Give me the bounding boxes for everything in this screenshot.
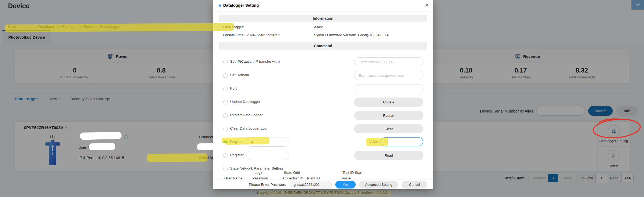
password-input[interactable] <box>290 181 332 188</box>
clear-button[interactable]: Clear <box>354 124 423 133</box>
register-write-radio[interactable] <box>223 140 228 144</box>
read-button[interactable]: Read <box>354 151 423 160</box>
network-columns: Login State Grid Test ID Start <box>213 171 433 175</box>
command-row-clear: Clear Data Logger Log Clear <box>213 124 433 133</box>
value-input[interactable]: 1 <box>380 137 423 146</box>
modal-field-update-time: Update Time: 2024-12-02 19:36:52 <box>223 33 280 37</box>
advanced-setting-button[interactable]: Advanced Setting <box>359 181 398 188</box>
column-state-grid: State Grid <box>284 171 300 175</box>
command-row-port: Port <box>213 84 433 93</box>
cancel-button[interactable]: Cancel <box>402 181 427 188</box>
command-row-register-read: Register Read <box>213 151 433 160</box>
command-row-register-write: Register Value: 1 <box>213 138 433 147</box>
update-time-value: 2024-12-02 19:36:52 <box>247 33 280 37</box>
register-read-input[interactable] <box>246 151 289 160</box>
set-ip-radio[interactable] <box>223 60 228 64</box>
datalogger-setting-modal: Datalogger Setting ✕ Information Data Lo… <box>213 0 433 189</box>
value-label: Value: <box>369 140 379 144</box>
command-row-set-domain: Set Domain <box>213 71 433 80</box>
modal-title: Datalogger Setting <box>223 3 259 7</box>
text-cursor <box>387 140 387 144</box>
close-icon[interactable]: ✕ <box>425 2 429 8</box>
yes-button[interactable]: Yes <box>335 181 356 188</box>
modal-field-data-logger: Data Logger: <box>223 25 244 29</box>
update-button[interactable]: Update <box>354 98 423 107</box>
password-label: Please Enter Password <box>249 183 286 187</box>
title-dot-icon <box>219 5 221 7</box>
command-row-update: Update Datalogger Update <box>213 98 433 107</box>
command-section-header: Command <box>219 42 427 50</box>
register-write-input[interactable] <box>246 138 289 147</box>
network-row-clipped: User Name Password Collector SN Plant ID… <box>213 176 433 180</box>
set-domain-input[interactable] <box>354 71 423 80</box>
command-row-set-ip: Set IP(Caution IP transfer with) <box>213 57 433 66</box>
column-login: Login <box>254 171 263 175</box>
modal-footer: Please Enter Password Yes Advanced Setti… <box>213 180 433 189</box>
command-row-restart: Restart Data Logger Restart <box>213 111 433 120</box>
signal-firmware-value: Good(-76) / 4.0.0.4 <box>358 33 388 37</box>
modal-header: Datalogger Setting ✕ <box>213 0 433 11</box>
modal-field-signal-firmware: Signal / Firmware Version: Good(-76) / 4… <box>314 33 388 37</box>
restart-button[interactable]: Restart <box>354 111 423 120</box>
register-read-radio[interactable] <box>223 153 228 158</box>
set-ip-input[interactable] <box>354 57 423 66</box>
set-domain-radio[interactable] <box>223 73 228 78</box>
clear-log-radio[interactable] <box>223 127 228 131</box>
restart-radio[interactable] <box>223 113 228 118</box>
port-radio[interactable] <box>223 87 228 91</box>
column-test-id-start: Test ID Start <box>343 171 362 175</box>
modal-field-alias: Alias: <box>314 25 323 29</box>
port-input[interactable] <box>354 84 423 93</box>
information-section-header: Information <box>219 15 427 22</box>
app-screen: Device Current Location: Dashboard > Pho… <box>0 0 644 197</box>
update-datalogger-radio[interactable] <box>223 100 228 104</box>
